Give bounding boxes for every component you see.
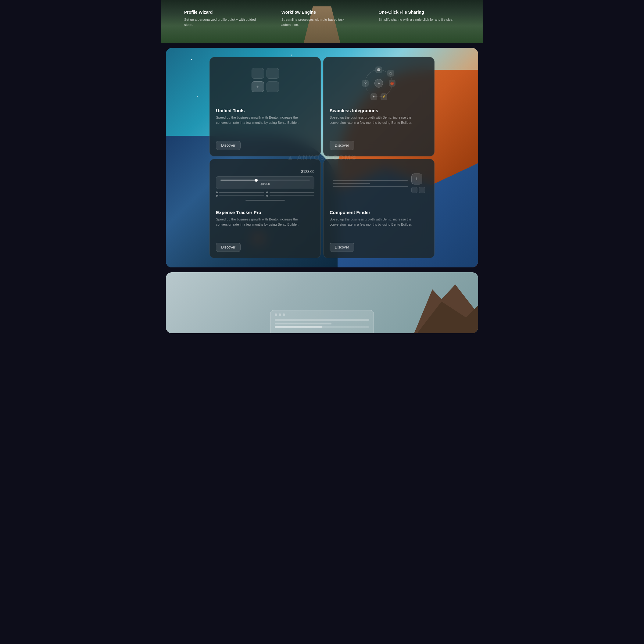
window-line-2 (275, 323, 331, 324)
feature-desc-file-sharing: Simplify sharing with a single click for… (378, 17, 460, 22)
feature-desc-profile-wizard: Set up a personalized profile quickly wi… (184, 17, 266, 27)
integration-diagram: + 💬 🍎 ✦ ⚡ ✕ ◎ (362, 66, 395, 100)
window-traffic-lights (275, 313, 369, 316)
feature-card-file-sharing: One-Click File Sharing Simplify sharing … (374, 6, 465, 31)
card-title-component-finder: Component Finder (330, 210, 428, 215)
unified-tools-illustration: + ↑ (216, 63, 314, 103)
window-progress-bar (275, 326, 369, 328)
integration-icon-messenger: 💬 (375, 66, 382, 73)
card-desc-unified-tools: Speed up the business growth with Bento;… (216, 115, 314, 137)
expense-tracker-illustration: $128.00 $88.00 (216, 165, 314, 205)
card-title-expense-tracker: Expense Tracker Pro (216, 210, 314, 215)
expense-line (270, 192, 314, 193)
feature-title-file-sharing: One-Click File Sharing (378, 10, 460, 15)
expense-rows (216, 191, 314, 197)
component-finder-illustration: + (330, 165, 428, 205)
integration-center-icon: + (374, 79, 383, 88)
feature-title-workflow-engine: Workflow Engine (281, 10, 363, 15)
card-desc-component-finder: Speed up the business growth with Bento;… (330, 217, 428, 238)
integrations-illustration: + 💬 🍎 ✦ ⚡ ✕ ◎ (330, 63, 428, 103)
integration-icon-apple: 🍎 (389, 80, 395, 87)
slider-fill (220, 180, 256, 181)
expense-dot (216, 191, 218, 193)
window-dot-red (275, 313, 277, 316)
tool-block-1 (252, 68, 264, 79)
expense-dot (266, 195, 268, 197)
expense-line (219, 192, 264, 193)
expense-item-1b (266, 191, 314, 193)
expense-item-2b (266, 195, 314, 197)
feature-card-workflow-engine: Workflow Engine Streamline processes wit… (277, 6, 368, 31)
window-dot-yellow (279, 313, 281, 316)
cards-grid: + ↑ Unified Tools Speed up the business … (166, 48, 478, 267)
comp-line-1 (333, 180, 408, 181)
discover-button-unified-tools[interactable]: Discover (216, 141, 241, 150)
expense-diagram: $128.00 $88.00 (216, 170, 314, 201)
window-line-1 (275, 319, 369, 321)
bottom-section (166, 272, 478, 333)
tool-block-3: + (252, 81, 264, 92)
expense-item-1a (216, 191, 264, 193)
card-desc-integrations: Speed up the business growth with Bento;… (330, 115, 428, 137)
bottom-window (270, 310, 374, 333)
comp-line-2 (333, 183, 370, 184)
integration-icon-instagram: ◎ (387, 70, 394, 77)
expense-line (219, 195, 264, 196)
feature-desc-workflow-engine: Streamline processes with rule-based tas… (281, 17, 363, 27)
slider-thumb (255, 179, 258, 182)
comp-small-grid (411, 187, 425, 193)
comp-add-section: + (411, 174, 425, 193)
card-component-finder: + Component Finder Speed up the business… (323, 159, 435, 258)
feature-card-profile-wizard: Profile Wizard Set up a personalized pro… (179, 6, 270, 31)
slider-track (220, 180, 310, 181)
component-add-button[interactable]: + (411, 174, 422, 184)
card-title-integrations: Seamless Integrations (330, 108, 428, 113)
discover-button-expense-tracker[interactable]: Discover (216, 243, 241, 252)
expense-row-1 (216, 191, 314, 193)
window-dot-green (283, 313, 285, 316)
card-seamless-integrations: + 💬 🍎 ✦ ⚡ ✕ ◎ Seamless Integrations Spee… (323, 57, 435, 156)
comp-block-1 (411, 187, 417, 193)
tool-arrow-icon: ↑ (264, 92, 266, 97)
tool-plus-icon: + (256, 84, 259, 90)
comp-block-2 (419, 187, 425, 193)
main-showcase: ▲ ANYOSJ.COM© + ↑ Unified Tools (166, 48, 478, 267)
expense-item-2a (216, 195, 264, 197)
integration-icon-game: ⚡ (381, 93, 387, 100)
card-desc-expense-tracker: Speed up the business growth with Bento;… (216, 217, 314, 238)
slider-container: $88.00 (216, 176, 314, 189)
expense-dot (216, 195, 218, 197)
integration-icon-x: ✕ (362, 80, 369, 87)
discover-button-component-finder[interactable]: Discover (330, 243, 354, 252)
card-title-unified-tools: Unified Tools (216, 108, 314, 113)
expense-dot (266, 191, 268, 193)
top-section: Profile Wizard Set up a personalized pro… (161, 0, 483, 43)
expense-bottom-bar (245, 200, 285, 201)
integration-icon-yelp: ✦ (370, 93, 377, 100)
card-unified-tools: + ↑ Unified Tools Speed up the business … (209, 57, 321, 156)
feature-title-profile-wizard: Profile Wizard (184, 10, 266, 15)
discover-button-integrations[interactable]: Discover (330, 141, 354, 150)
price-current: $88.00 (220, 182, 310, 186)
expense-line (270, 195, 314, 196)
card-expense-tracker: $128.00 $88.00 (209, 159, 321, 258)
price-max: $128.00 (216, 170, 314, 174)
comp-line-3 (333, 186, 408, 187)
tool-block-2 (267, 68, 279, 79)
expense-row-2 (216, 195, 314, 197)
tool-block-4 (267, 81, 279, 92)
